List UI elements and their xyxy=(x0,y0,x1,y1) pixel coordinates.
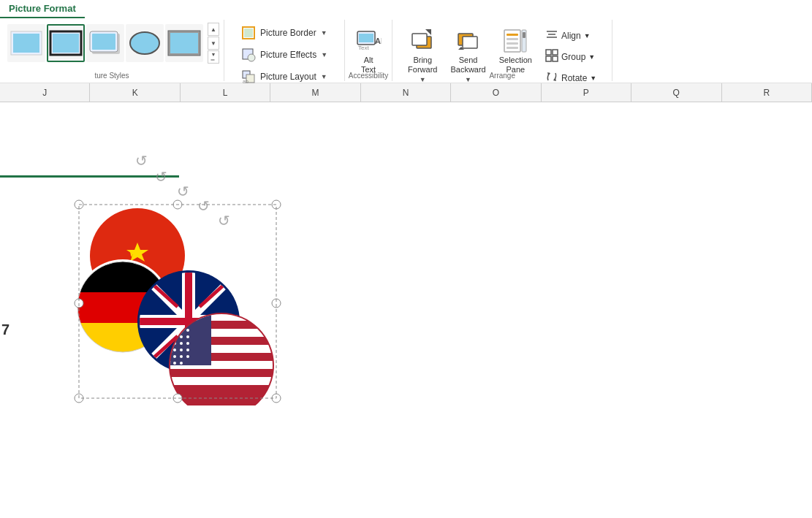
col-K: K xyxy=(90,83,180,102)
group-icon xyxy=(545,49,558,64)
svg-point-89 xyxy=(173,348,176,351)
svg-rect-40 xyxy=(553,50,558,55)
svg-point-91 xyxy=(186,348,189,351)
svg-rect-19 xyxy=(359,34,373,42)
align-button[interactable]: Align ▼ xyxy=(540,26,602,45)
flag-cluster[interactable] xyxy=(72,197,284,405)
svg-point-96 xyxy=(180,362,183,365)
svg-point-14 xyxy=(248,54,255,61)
picture-effects-button[interactable]: Picture Effects ▼ xyxy=(235,45,334,65)
col-Q: Q xyxy=(631,83,721,102)
svg-point-93 xyxy=(180,355,183,358)
svg-rect-4 xyxy=(53,34,79,53)
picture-layout-label: Picture Layout xyxy=(260,72,316,82)
accessibility-section-label: Accessibility xyxy=(345,72,392,80)
svg-rect-12 xyxy=(244,28,253,37)
picture-layout-button[interactable]: ab Picture Layout ▼ xyxy=(235,66,334,87)
svg-rect-10 xyxy=(170,33,198,53)
svg-rect-23 xyxy=(412,34,427,45)
svg-rect-1 xyxy=(13,34,39,53)
svg-point-88 xyxy=(186,342,189,345)
svg-rect-39 xyxy=(546,50,551,55)
gallery-expand[interactable]: ▼═ xyxy=(208,50,219,64)
picture-border-icon xyxy=(241,26,256,40)
picture-border-button[interactable]: Picture Border ▼ xyxy=(235,23,334,43)
svg-text:Text: Text xyxy=(358,45,369,51)
picture-effects-label: Picture Effects xyxy=(260,50,316,60)
alt-text-icon: Alt Text xyxy=(355,28,382,54)
picture-layout-dropdown[interactable]: ▼ xyxy=(321,73,327,80)
svg-rect-35 xyxy=(523,32,525,38)
left-number: 7 xyxy=(1,321,10,338)
svg-point-8 xyxy=(130,32,159,54)
svg-point-82 xyxy=(186,329,189,332)
svg-point-90 xyxy=(180,348,183,351)
ribbon-tab-title[interactable]: Picture Format xyxy=(0,0,85,18)
svg-text:Alt: Alt xyxy=(375,37,382,45)
svg-rect-27 xyxy=(463,37,477,48)
selection-pane-icon xyxy=(502,28,528,54)
align-icon xyxy=(545,28,558,43)
svg-rect-7 xyxy=(92,34,115,50)
selection-pane-button[interactable]: Selection Pane xyxy=(494,24,537,78)
rotate-arrow-1: ↺ xyxy=(135,152,148,170)
picture-border-label: Picture Border xyxy=(260,28,316,38)
align-label: Align xyxy=(561,31,581,41)
arrange-section-label: Arrange xyxy=(392,72,612,80)
style-item-3[interactable] xyxy=(86,24,124,62)
group-arrow[interactable]: ▼ xyxy=(588,53,595,61)
svg-point-95 xyxy=(173,362,176,365)
gallery-scroll-up[interactable]: ▲ xyxy=(208,23,219,36)
svg-point-94 xyxy=(186,355,189,358)
svg-point-92 xyxy=(173,355,176,358)
svg-rect-33 xyxy=(506,47,518,49)
bring-forward-icon xyxy=(409,28,436,54)
style-item-1[interactable] xyxy=(7,24,45,62)
gallery-scroll-down[interactable]: ▼ xyxy=(208,37,219,50)
style-item-4[interactable] xyxy=(126,24,164,62)
svg-rect-30 xyxy=(506,34,518,36)
picture-effects-icon xyxy=(241,47,256,62)
alt-text-button[interactable]: Alt Text Alt Text xyxy=(349,24,387,78)
group-button[interactable]: Group ▼ xyxy=(540,47,602,66)
svg-text:ab: ab xyxy=(243,79,248,84)
picture-styles-gallery xyxy=(4,21,206,75)
svg-point-85 xyxy=(186,335,189,338)
col-R: R xyxy=(722,83,812,102)
svg-rect-72 xyxy=(170,377,273,385)
picture-layout-icon: ab xyxy=(241,69,256,84)
svg-rect-32 xyxy=(506,42,518,45)
main-content: ↺ ↺ ↺ ↺ ↺ 7 xyxy=(0,102,812,474)
svg-rect-42 xyxy=(553,56,558,61)
svg-point-84 xyxy=(180,335,183,338)
svg-point-87 xyxy=(180,342,183,345)
col-J: J xyxy=(0,83,90,102)
send-backward-icon xyxy=(455,28,482,54)
svg-rect-31 xyxy=(506,38,518,40)
green-divider-line xyxy=(0,175,179,178)
picture-styles-label: ture Styles xyxy=(0,72,224,80)
group-label: Group xyxy=(561,52,585,62)
rotate-arrow-2: ↺ xyxy=(155,168,167,186)
style-item-5[interactable] xyxy=(165,24,203,62)
style-item-2[interactable] xyxy=(47,24,85,62)
picture-effects-dropdown[interactable]: ▼ xyxy=(321,51,327,58)
svg-rect-41 xyxy=(546,56,551,61)
align-arrow[interactable]: ▼ xyxy=(584,32,591,39)
picture-border-dropdown[interactable]: ▼ xyxy=(321,29,327,37)
